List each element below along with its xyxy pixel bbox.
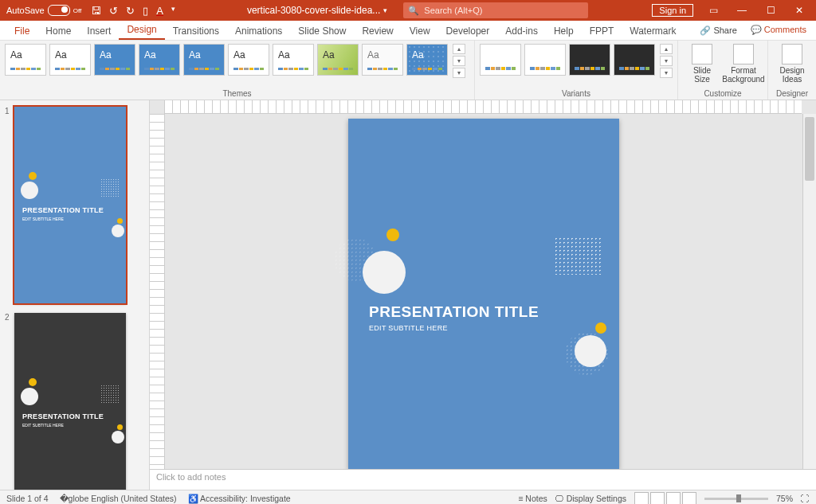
- sign-in-button[interactable]: Sign in: [652, 4, 693, 17]
- menu-bar: File Home Insert Design Transitions Anim…: [0, 21, 816, 41]
- vertical-scrollbar[interactable]: [802, 114, 816, 469]
- save-icon[interactable]: 🖫: [91, 5, 101, 17]
- theme-tile[interactable]: Aa: [5, 44, 46, 76]
- document-title[interactable]: vertical-3080-cover-slide-idea... ▾: [247, 5, 387, 16]
- chevron-down-icon[interactable]: ▾: [660, 56, 673, 66]
- theme-tile[interactable]: Aa: [273, 44, 314, 76]
- tab-developer[interactable]: Developer: [438, 22, 498, 40]
- font-color-icon[interactable]: A: [156, 5, 163, 17]
- qat-dropdown-icon[interactable]: ▾: [171, 5, 175, 17]
- slide[interactable]: PRESENTATION TITLE EDIT SUBTITLE HERE: [348, 119, 619, 469]
- slide-counter[interactable]: Slide 1 of 4: [6, 494, 49, 503]
- tab-transitions[interactable]: Transitions: [165, 22, 227, 40]
- tab-view[interactable]: View: [402, 22, 438, 40]
- thumbnail-title: PRESENTATION TITLE: [22, 206, 104, 214]
- variant-tile[interactable]: [524, 44, 566, 76]
- theme-tile[interactable]: Aa: [317, 44, 359, 76]
- chevron-down-icon: ▾: [383, 6, 387, 14]
- tab-home[interactable]: Home: [37, 22, 79, 40]
- dot-pattern-icon: [100, 178, 120, 197]
- scrollbar-thumb[interactable]: [805, 117, 814, 181]
- thumbnail-number: 2: [5, 313, 11, 490]
- variant-tile[interactable]: [614, 44, 655, 76]
- chevron-up-icon[interactable]: ▴: [660, 44, 673, 54]
- search-input[interactable]: 🔍 Search (Alt+Q): [403, 2, 588, 18]
- variants-scroll[interactable]: ▴▾▾: [660, 44, 673, 78]
- variant-tile[interactable]: [569, 44, 610, 76]
- accessibility-check[interactable]: ♿ Accessibility: Investigate: [188, 494, 291, 504]
- chevron-down-icon[interactable]: ▾: [453, 56, 465, 66]
- zoom-slider[interactable]: [704, 498, 768, 500]
- more-icon[interactable]: ▾: [453, 68, 465, 78]
- tab-review[interactable]: Review: [354, 22, 401, 40]
- tab-design[interactable]: Design: [119, 21, 164, 40]
- slideshow-view-icon[interactable]: [682, 492, 696, 504]
- thumbnail-number: 1: [5, 107, 11, 303]
- format-background-button[interactable]: Format Background: [724, 44, 763, 84]
- design-ideas-button[interactable]: Design Ideas: [773, 44, 811, 84]
- title-bar: AutoSave Off 🖫 ↺ ↻ ▯ A ▾ vertical-3080-c…: [0, 0, 816, 21]
- thumbnail-preview[interactable]: PRESENTATION TITLE EDIT SUBTITLE HERE: [14, 107, 126, 303]
- theme-tile[interactable]: Aa: [228, 44, 269, 76]
- autosave-label: AutoSave: [6, 6, 45, 15]
- search-placeholder: Search (Alt+Q): [424, 6, 482, 15]
- slide-thumbnail-panel[interactable]: 1 PRESENTATION TITLE EDIT SUBTITLE HERE …: [0, 100, 150, 490]
- theme-tile[interactable]: Aa: [94, 44, 135, 76]
- group-label-variants: Variants: [480, 88, 673, 100]
- variant-tile[interactable]: [480, 44, 521, 76]
- slide-thumbnail[interactable]: 1 PRESENTATION TITLE EDIT SUBTITLE HERE: [5, 107, 144, 303]
- maximize-button[interactable]: ☐: [757, 0, 784, 21]
- tab-animations[interactable]: Animations: [227, 22, 290, 40]
- start-from-beginning-icon[interactable]: ▯: [143, 5, 148, 17]
- thumbnail-title: PRESENTATION TITLE: [22, 412, 104, 420]
- circle-icon: [112, 225, 124, 237]
- theme-tile[interactable]: Aa: [49, 44, 91, 76]
- slide-size-button[interactable]: Slide Size: [683, 44, 721, 84]
- circle-icon: [117, 218, 123, 224]
- comments-button[interactable]: 💬 Comments: [746, 23, 811, 38]
- circle-icon: [21, 182, 38, 199]
- language-indicator[interactable]: �globe English (United States): [60, 494, 177, 503]
- tab-slide-show[interactable]: Slide Show: [290, 22, 354, 40]
- ribbon-display-icon[interactable]: ▭: [700, 0, 727, 21]
- chevron-up-icon[interactable]: ▴: [453, 44, 465, 54]
- slide-canvas[interactable]: PRESENTATION TITLE EDIT SUBTITLE HERE: [165, 114, 802, 469]
- zoom-level[interactable]: 75%: [776, 494, 793, 503]
- slide-sorter-view-icon[interactable]: [650, 492, 665, 504]
- close-button[interactable]: ✕: [786, 0, 813, 21]
- tab-watermark[interactable]: Watermark: [622, 22, 684, 40]
- reading-view-icon[interactable]: [666, 492, 681, 504]
- tab-insert[interactable]: Insert: [79, 22, 119, 40]
- theme-tile[interactable]: Aa: [183, 44, 225, 76]
- tab-add-ins[interactable]: Add-ins: [497, 22, 546, 40]
- circle-icon: [363, 251, 406, 294]
- dot-pattern-icon: [100, 385, 120, 404]
- view-buttons: [634, 492, 696, 504]
- display-settings-button[interactable]: 🖵 Display Settings: [555, 494, 626, 503]
- fit-to-window-icon[interactable]: ⛶: [801, 494, 810, 503]
- theme-tile[interactable]: Aa: [362, 44, 403, 76]
- tab-help[interactable]: Help: [546, 22, 582, 40]
- share-button[interactable]: 🔗 Share: [694, 23, 742, 38]
- horizontal-ruler[interactable]: [164, 100, 802, 114]
- notes-button[interactable]: ≡ Notes: [518, 494, 547, 503]
- slide-subtitle[interactable]: EDIT SUBTITLE HERE: [369, 324, 448, 332]
- workspace: 1 PRESENTATION TITLE EDIT SUBTITLE HERE …: [0, 100, 816, 490]
- tab-fppt[interactable]: FPPT: [582, 22, 622, 40]
- redo-icon[interactable]: ↻: [126, 5, 135, 17]
- autosave-toggle[interactable]: AutoSave Off: [6, 5, 81, 16]
- normal-view-icon[interactable]: [634, 492, 649, 504]
- undo-icon[interactable]: ↺: [109, 5, 118, 17]
- vertical-ruler[interactable]: [150, 114, 165, 469]
- tab-file[interactable]: File: [6, 22, 37, 40]
- slide-editor: PRESENTATION TITLE EDIT SUBTITLE HERE Cl…: [150, 100, 816, 490]
- notes-pane[interactable]: Click to add notes: [150, 469, 816, 490]
- minimize-button[interactable]: —: [728, 0, 755, 21]
- themes-scroll[interactable]: ▴▾▾: [453, 44, 465, 78]
- slide-thumbnail[interactable]: 2 PRESENTATION TITLE EDIT SUBTITLE HERE: [5, 313, 144, 490]
- more-icon[interactable]: ▾: [660, 68, 673, 78]
- slide-title[interactable]: PRESENTATION TITLE: [369, 303, 539, 321]
- theme-tile[interactable]: Aa: [139, 44, 180, 76]
- thumbnail-preview[interactable]: PRESENTATION TITLE EDIT SUBTITLE HERE: [14, 313, 126, 490]
- theme-tile[interactable]: Aa: [406, 44, 448, 76]
